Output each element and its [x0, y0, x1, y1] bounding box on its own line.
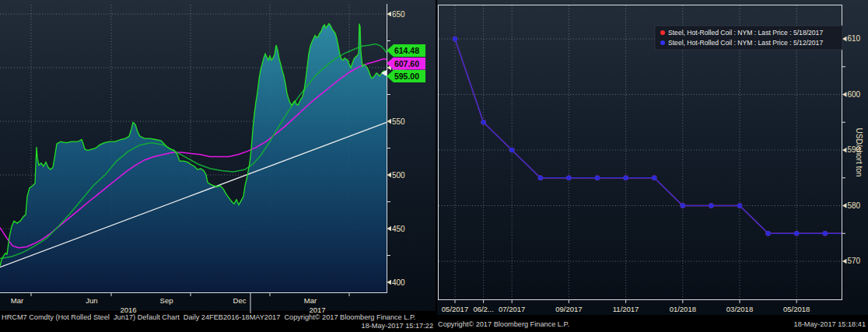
right-chart-copyright: Copyright© 2017 Bloomberg Finance L.P.	[438, 320, 569, 328]
data-point-marker[interactable]	[765, 231, 770, 236]
data-point-marker[interactable]	[595, 176, 600, 180]
x-tick-label: Dec	[233, 296, 247, 305]
x-tick-label: 05/2018	[783, 305, 810, 313]
legend-marker-red	[660, 30, 665, 35]
data-point-marker[interactable]	[481, 120, 485, 124]
legend-entry-5-18-2017[interactable]: Steel, Hot-Rolled Coil : NYM : Last Pric…	[668, 29, 823, 37]
data-point-marker[interactable]	[509, 148, 514, 152]
x-tick-label: Jun	[86, 296, 97, 305]
x-tick-label: 05/2017	[442, 305, 468, 313]
y-tick-label: 610	[848, 34, 861, 43]
x-tick-label: Mar	[304, 296, 317, 305]
x-tick-label: 01/2018	[670, 305, 696, 313]
last-price-tag-green-ma: 614.48	[387, 44, 425, 57]
left-chart-timestamp: 18-May-2017 15:17:22	[362, 322, 433, 330]
x-tick-label: 11/2017	[613, 305, 639, 313]
data-point-marker[interactable]	[623, 176, 628, 180]
data-point-marker[interactable]	[566, 176, 571, 180]
left-chart-footer: HRCM7 Comdty (Hot Rolled Steel Jun17) De…	[2, 313, 415, 321]
x-tick-label: 03/2018	[726, 305, 753, 313]
x-tick-label: Sep	[160, 296, 173, 305]
last-price-tag-magenta-ma: 607.60	[387, 58, 425, 70]
bloomberg-dual-chart-window: 650600550500450400MarJunSepDecMar2016201…	[0, 0, 868, 332]
y-tick-label: 600	[848, 90, 861, 99]
data-point-marker[interactable]	[681, 203, 685, 208]
x-tick-label: 06/2...	[473, 305, 493, 313]
y-tick-label: 580	[848, 201, 861, 210]
data-point-marker[interactable]	[538, 176, 543, 180]
data-point-marker[interactable]	[737, 203, 742, 208]
data-point-marker[interactable]	[823, 231, 828, 236]
legend-marker-blue	[660, 40, 665, 45]
data-point-marker[interactable]	[453, 37, 457, 41]
data-point-marker[interactable]	[709, 203, 713, 208]
data-point-marker[interactable]	[652, 176, 656, 180]
y-axis-title: USD/short ton	[855, 128, 863, 177]
y-tick-label: 550	[392, 117, 405, 126]
y-tick-label: 500	[392, 171, 405, 180]
left-price-chart-panel[interactable]: 650600550500450400MarJunSepDecMar2016201…	[0, 0, 436, 332]
y-tick-label: 450	[392, 225, 405, 233]
right-chart-timestamp: 18-May-2017 15:18:41	[794, 320, 866, 328]
last-price-tag-price: 595.00	[387, 70, 425, 82]
x-tick-label: 07/2017	[499, 305, 525, 313]
right-futures-curve-panel[interactable]: 61060059058057005/201706/2...07/201709/2…	[436, 0, 868, 332]
legend[interactable]: Steel, Hot-Rolled Coil : NYM : Last Pric…	[655, 26, 842, 50]
y-tick-label: 400	[392, 278, 405, 287]
y-tick-label: 650	[392, 10, 405, 19]
y-tick-label: 570	[848, 257, 861, 265]
x-tick-label: Mar	[11, 296, 23, 305]
x-tick-label: 09/2017	[555, 305, 582, 313]
data-point-marker[interactable]	[794, 231, 799, 236]
legend-entry-5-12-2017[interactable]: Steel, Hot-Rolled Coil : NYM : Last Pric…	[668, 39, 823, 47]
